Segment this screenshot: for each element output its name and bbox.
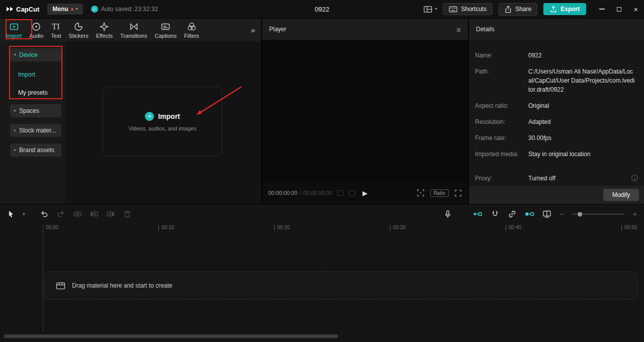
import-dropzone[interactable]: + Import Videos, audios, and images bbox=[103, 87, 222, 156]
timeline-ruler[interactable]: 00:00 00:10 00:20 00:30 00:40 00:50 bbox=[0, 224, 644, 233]
cursor-icon bbox=[7, 210, 15, 218]
detail-row-resolution: Resolution: Adapted bbox=[475, 117, 637, 126]
app-name: CapCut bbox=[16, 6, 39, 13]
caret-right-icon: ▸ bbox=[14, 148, 16, 152]
zoom-out-button[interactable]: − bbox=[559, 210, 564, 218]
multitrack-icon bbox=[525, 210, 534, 219]
tab-filters[interactable]: Filters bbox=[184, 22, 199, 39]
details-body: Name: 0922 Path: C:/Users/Usman Ali Nasi… bbox=[469, 40, 644, 183]
timeline-tracks[interactable]: Drag material here and start to create bbox=[0, 233, 644, 332]
export-button[interactable]: Export bbox=[543, 3, 586, 15]
media-clip-icon bbox=[56, 282, 65, 290]
undo-button[interactable] bbox=[40, 210, 49, 219]
tab-text[interactable]: TI Text bbox=[51, 22, 61, 39]
player-menu-icon[interactable]: ≡ bbox=[456, 25, 461, 34]
play-button[interactable]: ▶ bbox=[363, 189, 368, 197]
caret-right-icon: ▸ bbox=[14, 109, 16, 113]
redo-button[interactable] bbox=[56, 210, 65, 219]
chevron-down-icon: ▾ bbox=[435, 7, 437, 11]
sidebar-item-brand-assets[interactable]: ▸ Brand assets bbox=[10, 144, 61, 157]
chevron-down-icon: ▾ bbox=[76, 7, 78, 11]
preview-axis-toggle[interactable] bbox=[542, 210, 551, 219]
media-sidebar: ▾ Device Import My presets ▸ Spaces ▸ St… bbox=[0, 41, 65, 204]
timecode: 00:00:00:00 / 00:00:00:00 bbox=[268, 190, 355, 196]
layout-switch-button[interactable]: ▾ bbox=[424, 6, 437, 13]
share-button[interactable]: Share bbox=[499, 3, 537, 16]
ruler-mark: 00:40 bbox=[506, 225, 521, 231]
dropzone-text: Drag material here and start to create bbox=[72, 282, 172, 289]
select-tool-button[interactable] bbox=[7, 210, 15, 218]
export-icon bbox=[550, 6, 557, 13]
main-track-magnet-toggle[interactable] bbox=[473, 210, 482, 219]
maximize-button[interactable] bbox=[617, 7, 621, 12]
multitrack-toggle[interactable] bbox=[525, 210, 534, 219]
details-header: Details bbox=[469, 19, 644, 40]
ratio-button[interactable]: Ratio bbox=[430, 189, 449, 197]
sidebar-item-my-presets[interactable]: My presets bbox=[0, 86, 65, 99]
tab-captions[interactable]: Captions bbox=[154, 22, 176, 39]
menu-button[interactable]: Menu ▾ bbox=[47, 4, 83, 15]
sidebar-item-spaces[interactable]: ▸ Spaces bbox=[10, 104, 61, 117]
tab-transitions[interactable]: Transitions bbox=[120, 22, 147, 39]
detail-row-proxy: Proxy: Turned off i bbox=[475, 174, 637, 183]
ruler-mark: 00:30 bbox=[390, 225, 406, 231]
tab-import[interactable]: Import bbox=[6, 22, 22, 39]
player-viewport[interactable] bbox=[262, 40, 468, 182]
check-icon: ✓ bbox=[91, 6, 98, 13]
undo-icon bbox=[40, 210, 49, 219]
snap-toggle[interactable] bbox=[491, 210, 500, 219]
filters-tab-icon bbox=[187, 22, 197, 32]
chevron-down-icon: ▾ bbox=[23, 212, 25, 217]
media-content: + Import Videos, audios, and images bbox=[65, 41, 261, 204]
tab-effects[interactable]: Effects bbox=[96, 22, 113, 39]
select-tool-caret[interactable]: ▾ bbox=[23, 212, 25, 217]
playhead[interactable] bbox=[43, 225, 43, 331]
capcut-window: CapCut Menu ▾ ✓ Auto saved: 23:32:32 092… bbox=[0, 0, 644, 342]
more-tabs-chevron-icon[interactable]: » bbox=[251, 26, 257, 34]
ruler-mark: 00:50 bbox=[621, 225, 637, 231]
effects-tab-icon bbox=[99, 22, 109, 32]
timeline-dropzone[interactable]: Drag material here and start to create bbox=[43, 271, 638, 300]
zoom-in-button[interactable]: + bbox=[633, 210, 637, 218]
magnet-icon bbox=[491, 210, 500, 219]
shortcuts-button[interactable]: Shortcuts bbox=[443, 3, 493, 15]
close-button[interactable]: × bbox=[633, 6, 638, 13]
sidebar-item-stock-materials[interactable]: ▸ Stock mater... bbox=[10, 124, 61, 137]
frame-view-icon[interactable] bbox=[337, 190, 344, 196]
tab-stickers[interactable]: Stickers bbox=[69, 22, 89, 39]
voiceover-button[interactable] bbox=[444, 210, 452, 219]
detail-row-frame-rate: Frame rate: 30.00fps bbox=[475, 133, 637, 143]
modify-button[interactable]: Modify bbox=[603, 189, 639, 201]
zoom-fit-icon[interactable] bbox=[417, 189, 425, 197]
timeline-scrollbar[interactable] bbox=[4, 334, 338, 338]
player-panel: Player ≡ 00:00:00:00 / 00:00:00:00 ▶ Rat… bbox=[262, 19, 468, 204]
timeline-zoom-slider[interactable] bbox=[572, 214, 625, 215]
sidebar-item-import[interactable]: Import bbox=[0, 68, 65, 81]
delete-button[interactable] bbox=[123, 210, 132, 219]
frame-grid-icon[interactable] bbox=[349, 190, 355, 196]
tab-audio[interactable]: Audio bbox=[29, 22, 43, 39]
text-tab-icon: TI bbox=[51, 22, 61, 32]
minimize-button[interactable] bbox=[599, 9, 605, 10]
menu-notification-dot bbox=[71, 8, 73, 11]
sidebar-item-device[interactable]: ▾ Device bbox=[10, 48, 61, 61]
import-tab-icon bbox=[9, 22, 19, 32]
keyboard-icon bbox=[449, 6, 457, 13]
split-button[interactable] bbox=[73, 210, 82, 219]
split-icon bbox=[73, 210, 82, 219]
delete-left-button[interactable] bbox=[90, 210, 99, 219]
titlebar: CapCut Menu ▾ ✓ Auto saved: 23:32:32 092… bbox=[0, 0, 644, 18]
media-tab-bar: Import Audio TI Text Stick bbox=[0, 19, 261, 41]
capcut-logo-icon bbox=[6, 6, 14, 13]
delete-right-button[interactable] bbox=[106, 210, 115, 219]
timeline-toolbar: ▾ bbox=[0, 204, 644, 224]
fullscreen-icon[interactable] bbox=[454, 189, 462, 197]
info-icon[interactable]: i bbox=[631, 175, 638, 181]
link-toggle[interactable] bbox=[508, 210, 517, 219]
player-title: Player bbox=[269, 26, 286, 33]
import-button-label: Import bbox=[158, 112, 180, 120]
window-controls: × bbox=[599, 6, 638, 13]
preview-axis-icon bbox=[542, 210, 551, 219]
details-panel: Details Name: 0922 Path: C:/Users/Usman … bbox=[469, 19, 644, 204]
zoom-slider-thumb[interactable] bbox=[578, 212, 582, 217]
